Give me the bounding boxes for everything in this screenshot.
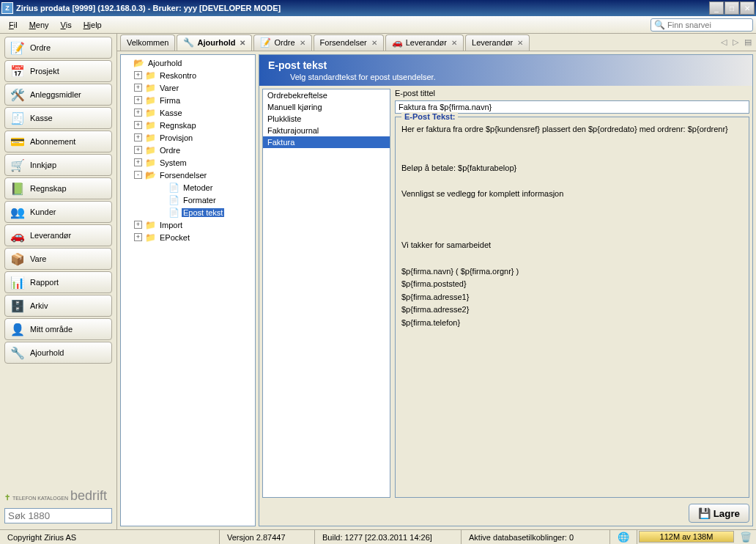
type-item-ordrebekreftelse[interactable]: Ordrebekreftelse <box>263 89 390 101</box>
tab-scroll-right-icon[interactable]: ▷ <box>731 37 740 47</box>
tree-node-epost-tekst[interactable]: 📄Epost tekst <box>122 206 253 218</box>
nav-arkiv[interactable]: 🗄️Arkiv <box>4 295 112 317</box>
menu-vis[interactable]: Vis <box>55 18 78 32</box>
nav-label: Kunder <box>30 207 56 216</box>
tree-node-reskontro[interactable]: +📁Reskontro <box>122 69 253 81</box>
tab-icon: 📝 <box>260 37 271 48</box>
nav-label: Abonnement <box>30 137 75 146</box>
nav-label: Ordre <box>30 43 51 52</box>
nav-ordre[interactable]: 📝Ordre <box>4 37 112 59</box>
ajourhold-tree[interactable]: 📂Ajourhold+📁Reskontro+📁Varer+📁Firma+📁Kas… <box>120 54 256 526</box>
epost-title-label: E-post tittel <box>395 89 749 98</box>
nav-label: Rapport <box>30 278 59 287</box>
tree-node-regnskap[interactable]: +📁Regnskap <box>122 119 253 131</box>
nav-abonnement[interactable]: 💳Abonnement <box>4 131 112 152</box>
tab-ordre[interactable]: 📝Ordre✕ <box>253 34 311 51</box>
tree-node-forsendelser[interactable]: -📂Forsendelser <box>122 169 253 181</box>
type-item-fakturajournal[interactable]: Fakturajournal <box>263 125 390 136</box>
nav-anleggsmidler[interactable]: 🛠️Anleggsmidler <box>4 84 112 106</box>
expand-icon[interactable]: + <box>134 233 142 241</box>
tree-node-ordre[interactable]: +📁Ordre <box>122 144 253 156</box>
nav-regnskap[interactable]: 📗Regnskap <box>4 177 112 199</box>
nav-innkjøp[interactable]: 🛒Innkjøp <box>4 154 112 176</box>
nav-rapport[interactable]: 📊Rapport <box>4 271 112 293</box>
tree-node-import[interactable]: +📁Import <box>122 218 253 231</box>
expand-icon[interactable]: + <box>134 121 142 129</box>
nav-ajourhold[interactable]: 🔧Ajourhold <box>4 342 112 364</box>
menu-fil[interactable]: Fil <box>3 18 23 32</box>
expand-icon[interactable]: + <box>134 84 142 92</box>
close-tab-icon[interactable]: ✕ <box>517 39 523 47</box>
close-tab-icon[interactable]: ✕ <box>300 39 305 47</box>
expand-icon[interactable]: + <box>134 221 142 229</box>
tree-node-system[interactable]: +📁System <box>122 156 253 169</box>
save-button[interactable]: 💾 Lagre <box>689 504 749 523</box>
expand-icon[interactable]: + <box>134 133 142 141</box>
close-tab-icon[interactable]: ✕ <box>451 39 457 47</box>
expand-icon[interactable]: + <box>134 146 142 154</box>
save-button-label: Lagre <box>714 508 740 519</box>
status-memory: 112M av 138M <box>639 531 734 543</box>
status-globe-icon[interactable]: 🌐 <box>610 530 637 544</box>
tree-label: System <box>158 158 188 167</box>
nav-kunder[interactable]: 👥Kunder <box>4 201 112 223</box>
tab-leverandør[interactable]: 🚗Leverandør✕ <box>385 34 464 51</box>
nav-prosjekt[interactable]: 📅Prosjekt <box>4 60 112 82</box>
type-item-manuell-kjøring[interactable]: Manuell kjøring <box>263 101 390 113</box>
left-navigation: 📝Ordre📅Prosjekt🛠️Anleggsmidler🧾Kasse💳Abo… <box>0 34 117 529</box>
type-item-plukkliste[interactable]: Plukkliste <box>263 113 390 125</box>
innkjøp-icon: 🛒 <box>10 157 26 173</box>
folder-icon: 📁 <box>144 108 156 117</box>
search-input[interactable] <box>667 21 749 29</box>
nav-vare[interactable]: 📦Vare <box>4 248 112 270</box>
epost-tekst-panel: E-post tekst Velg standardtekst for epos… <box>259 54 753 526</box>
epost-body-textarea[interactable] <box>401 123 743 491</box>
tab-forsendelser[interactable]: Forsendelser✕ <box>314 34 384 51</box>
template-type-list[interactable]: OrdrebekreftelseManuell kjøringPlukklist… <box>262 89 390 498</box>
tree-node-formater[interactable]: 📄Formater <box>122 194 253 206</box>
expand-icon[interactable]: + <box>134 158 142 166</box>
maximize-button[interactable]: □ <box>724 1 739 15</box>
tab-list-icon[interactable]: ▤ <box>743 37 753 47</box>
trash-icon[interactable]: 🗑️ <box>735 530 756 544</box>
sok-1880-input[interactable] <box>4 508 112 523</box>
close-tab-icon[interactable]: ✕ <box>240 39 245 47</box>
tree-node-ajourhold[interactable]: 📂Ajourhold <box>122 56 253 69</box>
menu-meny[interactable]: Meny <box>23 18 55 32</box>
expand-icon[interactable]: + <box>134 96 142 104</box>
minimize-button[interactable]: _ <box>709 1 724 15</box>
nav-mitt område[interactable]: 👤Mitt område <box>4 318 112 340</box>
tree-node-varer[interactable]: +📁Varer <box>122 81 253 94</box>
folder-icon: 📁 <box>144 232 156 242</box>
tree-node-metoder[interactable]: 📄Metoder <box>122 181 253 194</box>
nav-label: Regnskap <box>30 184 67 193</box>
tree-label: Import <box>158 221 184 229</box>
close-tab-icon[interactable]: ✕ <box>371 39 377 47</box>
folder-icon: 📂 <box>144 170 156 180</box>
rapport-icon: 📊 <box>10 274 26 290</box>
nav-label: Leverandør <box>30 231 71 240</box>
folder-icon: 📁 <box>144 158 156 167</box>
tree-node-kasse[interactable]: +📁Kasse <box>122 106 253 119</box>
tree-node-firma[interactable]: +📁Firma <box>122 94 253 106</box>
nav-leverandør[interactable]: 🚗Leverandør <box>4 224 112 246</box>
expand-icon[interactable]: + <box>134 71 142 79</box>
expand-icon[interactable]: - <box>134 171 142 179</box>
nav-kasse[interactable]: 🧾Kasse <box>4 107 112 129</box>
tab-scroll-left-icon[interactable]: ◁ <box>719 37 728 47</box>
tab-velkommen[interactable]: Velkommen <box>120 34 175 51</box>
search-shortcut[interactable]: 🔍 <box>651 18 753 32</box>
type-item-faktura[interactable]: Faktura <box>263 136 390 148</box>
expand-icon[interactable]: + <box>134 109 142 117</box>
tree-label: Epost tekst <box>182 208 224 217</box>
menu-hjelp[interactable]: Hjelp <box>78 18 108 32</box>
tab-leverandør[interactable]: Leverandør✕ <box>465 34 530 51</box>
tree-node-epocket[interactable]: +📁EPocket <box>122 231 253 243</box>
menu-bar: Fil Meny Vis Hjelp 🔍 <box>0 16 756 34</box>
tree-label: Reskontro <box>158 71 198 80</box>
close-button[interactable]: ✕ <box>740 1 755 15</box>
tree-node-provisjon[interactable]: +📁Provisjon <box>122 131 253 144</box>
folder-icon: 📁 <box>144 145 156 155</box>
tab-ajourhold[interactable]: 🔧Ajourhold✕ <box>177 34 252 51</box>
panel-header: E-post tekst Velg standardtekst for epos… <box>259 55 752 86</box>
